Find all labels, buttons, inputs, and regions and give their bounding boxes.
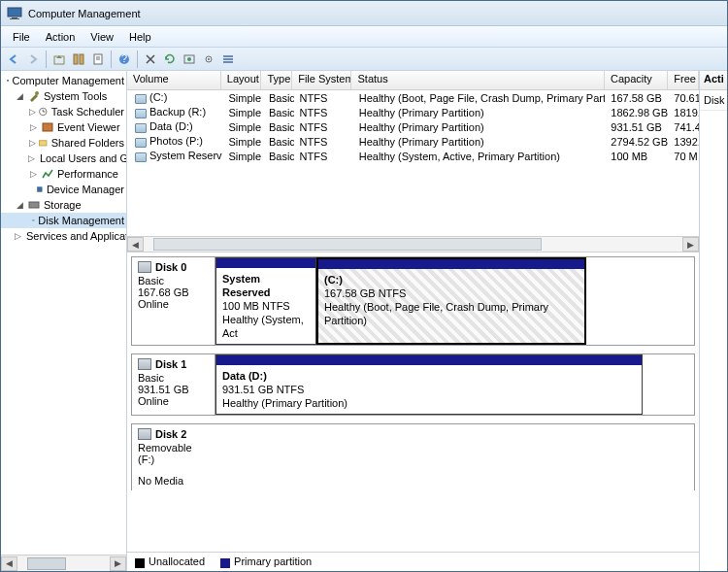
- tree-system-tools[interactable]: ◢System Tools: [1, 88, 126, 104]
- toolbar: ?: [1, 48, 727, 71]
- menu-view[interactable]: View: [83, 29, 121, 45]
- col-filesystem[interactable]: File System: [292, 71, 351, 89]
- folder-share-icon: [38, 136, 49, 150]
- tree-label: Storage: [44, 199, 82, 211]
- refresh-button[interactable]: [161, 50, 179, 68]
- partition-detail: 167.58 GB NTFS: [324, 287, 406, 299]
- volume-row[interactable]: Photos (P:)SimpleBasicNTFSHealthy (Prima…: [127, 134, 699, 149]
- tree-disk-management[interactable]: Disk Management: [1, 213, 126, 228]
- toolbar-separator: [111, 50, 112, 68]
- volume-row[interactable]: (C:)SimpleBasicNTFSHealthy (Boot, Page F…: [127, 90, 699, 105]
- svg-rect-15: [223, 55, 233, 57]
- disk-icon: [138, 428, 151, 440]
- help-button[interactable]: ?: [116, 50, 133, 68]
- settings-button[interactable]: [200, 50, 217, 68]
- performance-icon: [41, 167, 54, 181]
- device-icon: [36, 183, 44, 196]
- tree-task-scheduler[interactable]: ▷Task Scheduler: [1, 104, 126, 119]
- partition-status: Healthy (Boot, Page File, Crash Dump, Pr…: [324, 301, 548, 326]
- drive-icon: [135, 109, 147, 118]
- expand-icon[interactable]: ▷: [28, 122, 39, 133]
- menu-help[interactable]: Help: [121, 29, 159, 45]
- list-view-button[interactable]: [219, 50, 237, 68]
- partition-c[interactable]: (C:) 167.58 GB NTFS Healthy (Boot, Page …: [316, 257, 586, 345]
- expand-icon[interactable]: ▷: [28, 138, 36, 149]
- scroll-thumb[interactable]: [27, 557, 66, 570]
- scroll-left-icon[interactable]: ◀: [127, 237, 144, 252]
- delete-button[interactable]: [142, 50, 159, 68]
- nav-horizontal-scrollbar[interactable]: ◀ ▶: [1, 555, 126, 571]
- svg-rect-24: [40, 141, 48, 146]
- pane-splitter-scrollbar[interactable]: ◀ ▶: [127, 236, 699, 252]
- svg-rect-17: [223, 61, 233, 63]
- partition-header: [318, 259, 584, 269]
- volume-row[interactable]: System ReservedSimpleBasicNTFSHealthy (S…: [127, 149, 699, 163]
- partition-header: [216, 355, 642, 365]
- computer-management-icon: [7, 6, 22, 21]
- tree-local-users[interactable]: ▷Local Users and Groups: [1, 151, 126, 166]
- scroll-right-icon[interactable]: ▶: [682, 237, 699, 252]
- disk-0-info: Disk 0 Basic 167.68 GB Online: [132, 257, 215, 345]
- legend-unallocated: Unallocated: [135, 555, 205, 567]
- expand-icon[interactable]: ▷: [28, 153, 35, 164]
- scroll-left-icon[interactable]: ◀: [1, 556, 17, 571]
- tree-label: Device Manager: [47, 184, 124, 195]
- expand-icon[interactable]: ▷: [28, 169, 39, 180]
- actions-pane: Acti Disk: [700, 71, 727, 571]
- disk-type: Basic: [138, 275, 209, 286]
- disk-2-block[interactable]: Disk 2 Removable (F:) No Media: [131, 423, 695, 490]
- up-button[interactable]: [50, 50, 68, 68]
- tree-device-manager[interactable]: Device Manager: [1, 182, 126, 197]
- scroll-right-icon[interactable]: ▶: [110, 556, 126, 571]
- menu-action[interactable]: Action: [38, 29, 83, 45]
- menu-file[interactable]: File: [5, 29, 38, 45]
- drive-icon: [135, 152, 147, 162]
- show-hide-tree-button[interactable]: [70, 50, 87, 68]
- svg-rect-2: [10, 18, 19, 19]
- event-icon: [41, 120, 54, 134]
- tree-services[interactable]: ▷Services and Applications: [1, 228, 126, 244]
- tree-performance[interactable]: ▷Performance: [1, 166, 126, 182]
- col-capacity[interactable]: Capacity: [605, 71, 668, 89]
- drive-icon: [135, 94, 147, 104]
- collapse-icon[interactable]: ◢: [15, 91, 25, 102]
- col-volume[interactable]: Volume: [127, 71, 221, 89]
- rescan-button[interactable]: [181, 50, 198, 68]
- svg-rect-29: [29, 202, 39, 208]
- tree-shared-folders[interactable]: ▷Shared Folders: [1, 135, 126, 151]
- toolbar-separator: [46, 50, 47, 68]
- svg-rect-23: [43, 123, 52, 131]
- disk-graphical-view: Disk 0 Basic 167.68 GB Online System Res…: [127, 252, 699, 552]
- properties-button[interactable]: [89, 50, 107, 68]
- partition-title: System Reserved: [222, 273, 271, 298]
- disk-state: No Media: [138, 475, 210, 487]
- volume-row[interactable]: Backup (R:)SimpleBasicNTFSHealthy (Prima…: [127, 105, 699, 119]
- scroll-thumb[interactable]: [153, 238, 542, 251]
- svg-rect-28: [38, 187, 42, 191]
- expand-icon[interactable]: ▷: [15, 231, 21, 242]
- col-free[interactable]: Free :: [668, 71, 699, 89]
- back-button[interactable]: [5, 50, 22, 68]
- col-status[interactable]: Status: [351, 71, 605, 89]
- volume-list: (C:)SimpleBasicNTFSHealthy (Boot, Page F…: [127, 90, 699, 236]
- disk-size: 167.68 GB: [138, 286, 209, 298]
- forward-button[interactable]: [24, 50, 42, 68]
- storage-icon: [27, 198, 41, 212]
- actions-disk-item[interactable]: Disk: [700, 90, 727, 111]
- col-layout[interactable]: Layout: [221, 71, 262, 89]
- tree-storage[interactable]: ◢Storage: [1, 197, 126, 213]
- toolbar-separator: [137, 50, 138, 68]
- legend: Unallocated Primary partition: [127, 552, 699, 571]
- tree-root[interactable]: Computer Management: [1, 73, 126, 88]
- col-type[interactable]: Type: [261, 71, 292, 89]
- disk-0-block[interactable]: Disk 0 Basic 167.68 GB Online System Res…: [131, 256, 695, 346]
- collapse-icon[interactable]: ◢: [15, 200, 25, 211]
- tree-label: System Tools: [44, 90, 107, 102]
- disk-1-block[interactable]: Disk 1 Basic 931.51 GB Online Data (D:) …: [131, 353, 695, 416]
- partition-system-reserved[interactable]: System Reserved 100 MB NTFS Healthy (Sys…: [215, 257, 316, 345]
- volume-row[interactable]: Data (D:)SimpleBasicNTFSHealthy (Primary…: [127, 119, 699, 134]
- tree-event-viewer[interactable]: ▷Event Viewer: [1, 119, 126, 135]
- menu-bar: File Action View Help: [1, 26, 727, 48]
- expand-icon[interactable]: ▷: [28, 107, 36, 118]
- partition-d[interactable]: Data (D:) 931.51 GB NTFS Healthy (Primar…: [215, 354, 643, 415]
